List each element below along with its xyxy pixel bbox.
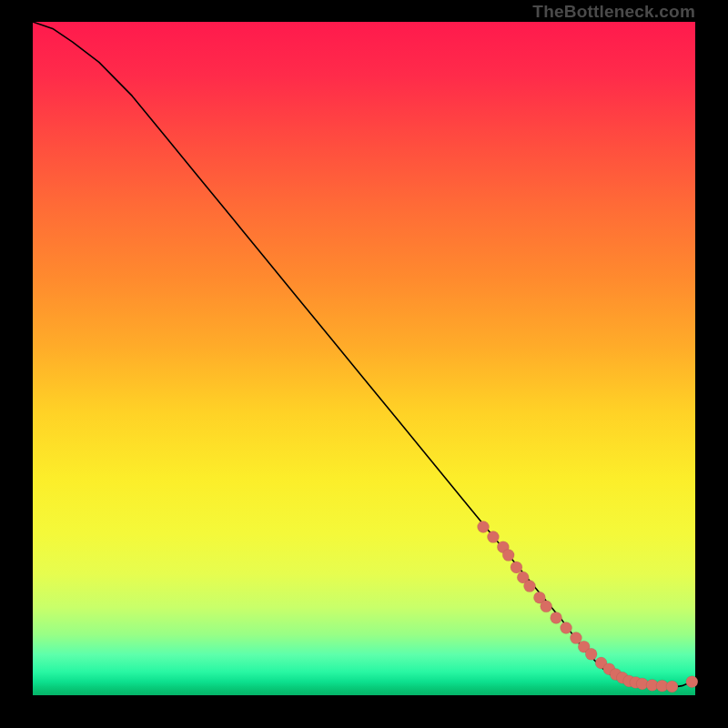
data-point <box>487 531 499 543</box>
data-point <box>502 550 514 561</box>
data-point <box>524 581 536 592</box>
data-point <box>666 681 678 693</box>
data-point <box>561 622 572 634</box>
data-point <box>585 648 597 660</box>
chart-stage: TheBottleneck.com <box>0 0 728 728</box>
data-point <box>478 521 490 533</box>
marker-group <box>478 521 698 693</box>
bottleneck-curve <box>33 22 695 688</box>
data-point <box>541 601 552 612</box>
data-point <box>511 561 522 573</box>
attribution-label: TheBottleneck.com <box>532 2 695 22</box>
data-point <box>686 676 698 688</box>
chart-overlay <box>33 22 695 695</box>
data-point <box>551 612 562 623</box>
